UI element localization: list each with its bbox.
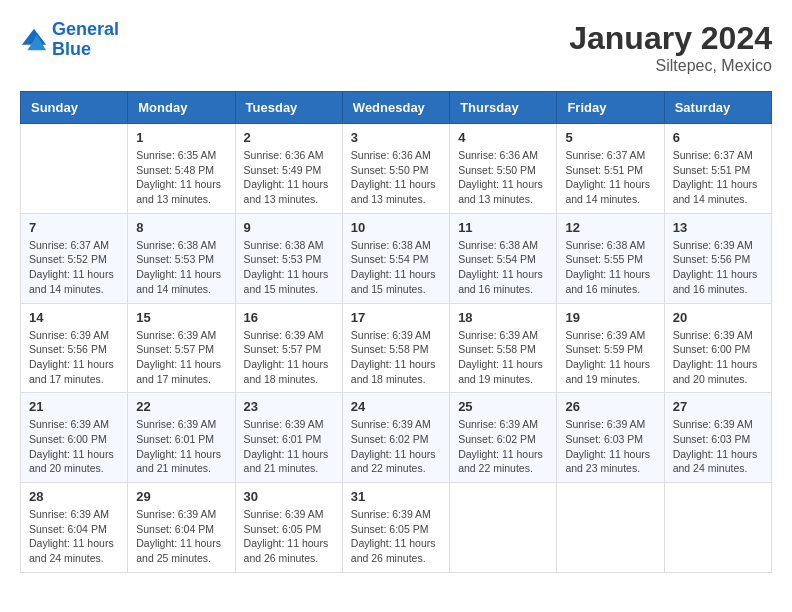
day-cell: 30Sunrise: 6:39 AM Sunset: 6:05 PM Dayli… [235,483,342,573]
day-info: Sunrise: 6:38 AM Sunset: 5:53 PM Dayligh… [244,238,334,297]
day-cell: 11Sunrise: 6:38 AM Sunset: 5:54 PM Dayli… [450,213,557,303]
day-info: Sunrise: 6:39 AM Sunset: 6:01 PM Dayligh… [244,417,334,476]
day-cell [21,124,128,214]
logo-text: General Blue [52,20,119,60]
day-cell: 6Sunrise: 6:37 AM Sunset: 5:51 PM Daylig… [664,124,771,214]
day-info: Sunrise: 6:39 AM Sunset: 6:03 PM Dayligh… [673,417,763,476]
day-number: 18 [458,310,548,325]
day-info: Sunrise: 6:39 AM Sunset: 5:58 PM Dayligh… [458,328,548,387]
day-cell: 26Sunrise: 6:39 AM Sunset: 6:03 PM Dayli… [557,393,664,483]
day-number: 13 [673,220,763,235]
day-cell: 3Sunrise: 6:36 AM Sunset: 5:50 PM Daylig… [342,124,449,214]
week-row-4: 21Sunrise: 6:39 AM Sunset: 6:00 PM Dayli… [21,393,772,483]
day-number: 19 [565,310,655,325]
day-cell: 29Sunrise: 6:39 AM Sunset: 6:04 PM Dayli… [128,483,235,573]
day-number: 10 [351,220,441,235]
day-cell: 17Sunrise: 6:39 AM Sunset: 5:58 PM Dayli… [342,303,449,393]
day-cell: 2Sunrise: 6:36 AM Sunset: 5:49 PM Daylig… [235,124,342,214]
day-number: 9 [244,220,334,235]
header-cell-friday: Friday [557,92,664,124]
day-number: 8 [136,220,226,235]
day-cell: 9Sunrise: 6:38 AM Sunset: 5:53 PM Daylig… [235,213,342,303]
day-number: 2 [244,130,334,145]
day-cell: 23Sunrise: 6:39 AM Sunset: 6:01 PM Dayli… [235,393,342,483]
day-info: Sunrise: 6:38 AM Sunset: 5:55 PM Dayligh… [565,238,655,297]
day-info: Sunrise: 6:39 AM Sunset: 6:01 PM Dayligh… [136,417,226,476]
day-info: Sunrise: 6:38 AM Sunset: 5:54 PM Dayligh… [351,238,441,297]
day-info: Sunrise: 6:39 AM Sunset: 5:57 PM Dayligh… [136,328,226,387]
day-info: Sunrise: 6:37 AM Sunset: 5:51 PM Dayligh… [565,148,655,207]
day-number: 26 [565,399,655,414]
day-info: Sunrise: 6:39 AM Sunset: 5:57 PM Dayligh… [244,328,334,387]
day-cell: 15Sunrise: 6:39 AM Sunset: 5:57 PM Dayli… [128,303,235,393]
day-cell: 22Sunrise: 6:39 AM Sunset: 6:01 PM Dayli… [128,393,235,483]
day-number: 4 [458,130,548,145]
day-info: Sunrise: 6:39 AM Sunset: 6:02 PM Dayligh… [351,417,441,476]
day-info: Sunrise: 6:39 AM Sunset: 6:04 PM Dayligh… [136,507,226,566]
week-row-2: 7Sunrise: 6:37 AM Sunset: 5:52 PM Daylig… [21,213,772,303]
month-title: January 2024 [569,20,772,57]
day-number: 29 [136,489,226,504]
day-cell: 18Sunrise: 6:39 AM Sunset: 5:58 PM Dayli… [450,303,557,393]
day-info: Sunrise: 6:39 AM Sunset: 5:56 PM Dayligh… [673,238,763,297]
day-cell: 8Sunrise: 6:38 AM Sunset: 5:53 PM Daylig… [128,213,235,303]
day-cell: 13Sunrise: 6:39 AM Sunset: 5:56 PM Dayli… [664,213,771,303]
week-row-1: 1Sunrise: 6:35 AM Sunset: 5:48 PM Daylig… [21,124,772,214]
header-row: SundayMondayTuesdayWednesdayThursdayFrid… [21,92,772,124]
week-row-3: 14Sunrise: 6:39 AM Sunset: 5:56 PM Dayli… [21,303,772,393]
logo-icon [20,26,48,54]
day-info: Sunrise: 6:39 AM Sunset: 6:00 PM Dayligh… [673,328,763,387]
day-info: Sunrise: 6:39 AM Sunset: 6:04 PM Dayligh… [29,507,119,566]
day-cell [450,483,557,573]
day-info: Sunrise: 6:38 AM Sunset: 5:54 PM Dayligh… [458,238,548,297]
header-cell-sunday: Sunday [21,92,128,124]
day-info: Sunrise: 6:39 AM Sunset: 6:05 PM Dayligh… [244,507,334,566]
day-cell: 25Sunrise: 6:39 AM Sunset: 6:02 PM Dayli… [450,393,557,483]
day-info: Sunrise: 6:39 AM Sunset: 6:00 PM Dayligh… [29,417,119,476]
day-cell: 16Sunrise: 6:39 AM Sunset: 5:57 PM Dayli… [235,303,342,393]
day-info: Sunrise: 6:39 AM Sunset: 6:03 PM Dayligh… [565,417,655,476]
day-number: 20 [673,310,763,325]
day-cell: 28Sunrise: 6:39 AM Sunset: 6:04 PM Dayli… [21,483,128,573]
day-cell: 10Sunrise: 6:38 AM Sunset: 5:54 PM Dayli… [342,213,449,303]
day-info: Sunrise: 6:36 AM Sunset: 5:50 PM Dayligh… [458,148,548,207]
day-info: Sunrise: 6:37 AM Sunset: 5:51 PM Dayligh… [673,148,763,207]
page-header: General Blue January 2024 Siltepec, Mexi… [20,20,772,75]
day-cell: 31Sunrise: 6:39 AM Sunset: 6:05 PM Dayli… [342,483,449,573]
day-cell: 19Sunrise: 6:39 AM Sunset: 5:59 PM Dayli… [557,303,664,393]
day-cell: 24Sunrise: 6:39 AM Sunset: 6:02 PM Dayli… [342,393,449,483]
day-number: 23 [244,399,334,414]
day-number: 22 [136,399,226,414]
calendar-table: SundayMondayTuesdayWednesdayThursdayFrid… [20,91,772,573]
logo: General Blue [20,20,119,60]
day-cell [557,483,664,573]
day-cell: 27Sunrise: 6:39 AM Sunset: 6:03 PM Dayli… [664,393,771,483]
title-block: January 2024 Siltepec, Mexico [569,20,772,75]
day-info: Sunrise: 6:39 AM Sunset: 5:58 PM Dayligh… [351,328,441,387]
day-cell: 5Sunrise: 6:37 AM Sunset: 5:51 PM Daylig… [557,124,664,214]
day-cell: 7Sunrise: 6:37 AM Sunset: 5:52 PM Daylig… [21,213,128,303]
header-cell-wednesday: Wednesday [342,92,449,124]
day-number: 11 [458,220,548,235]
day-info: Sunrise: 6:39 AM Sunset: 6:05 PM Dayligh… [351,507,441,566]
day-info: Sunrise: 6:39 AM Sunset: 5:59 PM Dayligh… [565,328,655,387]
day-number: 27 [673,399,763,414]
day-number: 15 [136,310,226,325]
day-info: Sunrise: 6:36 AM Sunset: 5:49 PM Dayligh… [244,148,334,207]
calendar-header: SundayMondayTuesdayWednesdayThursdayFrid… [21,92,772,124]
day-cell: 14Sunrise: 6:39 AM Sunset: 5:56 PM Dayli… [21,303,128,393]
day-number: 24 [351,399,441,414]
day-cell [664,483,771,573]
day-info: Sunrise: 6:39 AM Sunset: 6:02 PM Dayligh… [458,417,548,476]
day-number: 6 [673,130,763,145]
location: Siltepec, Mexico [569,57,772,75]
day-cell: 12Sunrise: 6:38 AM Sunset: 5:55 PM Dayli… [557,213,664,303]
day-cell: 21Sunrise: 6:39 AM Sunset: 6:00 PM Dayli… [21,393,128,483]
day-info: Sunrise: 6:38 AM Sunset: 5:53 PM Dayligh… [136,238,226,297]
day-info: Sunrise: 6:37 AM Sunset: 5:52 PM Dayligh… [29,238,119,297]
day-cell: 1Sunrise: 6:35 AM Sunset: 5:48 PM Daylig… [128,124,235,214]
day-number: 5 [565,130,655,145]
header-cell-thursday: Thursday [450,92,557,124]
day-number: 17 [351,310,441,325]
header-cell-tuesday: Tuesday [235,92,342,124]
